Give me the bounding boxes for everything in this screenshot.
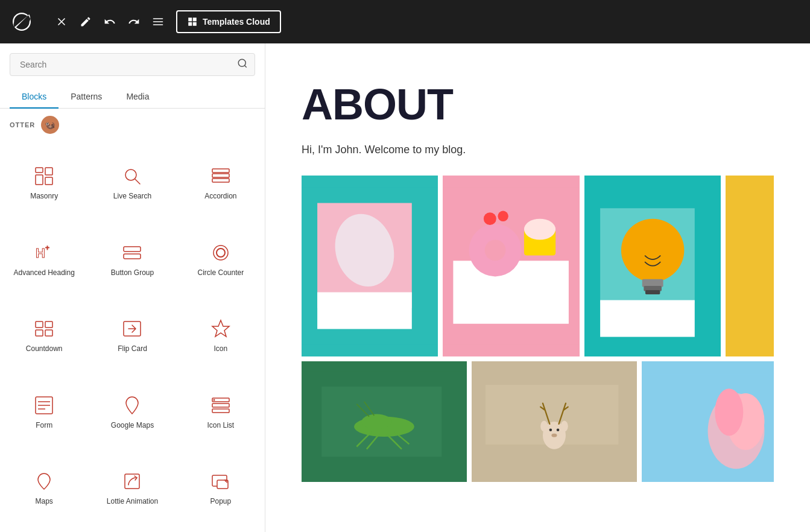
- svg-text:H: H: [36, 245, 45, 261]
- svg-rect-3: [193, 22, 197, 26]
- block-item-countdown[interactable]: Countdown: [0, 299, 88, 375]
- google-maps-icon: [122, 396, 142, 415]
- accordion-label: Accordion: [204, 192, 236, 201]
- svg-point-79: [557, 428, 560, 431]
- svg-rect-13: [212, 174, 229, 177]
- photo-block-4: [726, 176, 774, 356]
- advanced-heading-icon: H +: [34, 243, 54, 262]
- icon-list-label: Icon List: [207, 421, 234, 431]
- svg-point-10: [125, 169, 136, 180]
- photo-block-1: [302, 176, 438, 356]
- form-label: Form: [36, 421, 52, 431]
- button-group-label: Button Group: [111, 268, 154, 278]
- svg-rect-34: [212, 409, 229, 413]
- svg-rect-22: [45, 321, 52, 328]
- svg-point-19: [214, 245, 228, 260]
- about-title: ABOUT: [302, 80, 774, 129]
- blocks-grid: Masonry Live Search Accordion: [0, 141, 265, 532]
- photo-grid-row1: [302, 176, 774, 356]
- block-item-form[interactable]: Form: [0, 375, 88, 451]
- masonry-label: Masonry: [30, 192, 58, 201]
- svg-point-52: [524, 219, 555, 240]
- masonry-icon: [34, 166, 54, 186]
- search-input[interactable]: [10, 53, 255, 76]
- svg-rect-23: [36, 330, 43, 336]
- countdown-icon: [34, 319, 54, 338]
- block-item-advanced-heading[interactable]: H + Advanced Heading: [0, 222, 88, 298]
- block-item-accordion[interactable]: Accordion: [177, 146, 265, 222]
- tab-media[interactable]: Media: [114, 86, 161, 109]
- redo-button[interactable]: [123, 11, 145, 33]
- button-group-icon: [122, 243, 142, 262]
- photo-block-7: [642, 361, 774, 482]
- block-item-live-search[interactable]: Live Search: [88, 146, 176, 222]
- block-item-google-maps[interactable]: Google Maps: [88, 375, 176, 451]
- circle-counter-label: Circle Counter: [197, 268, 244, 278]
- accordion-icon: [211, 166, 230, 186]
- block-item-icon-list[interactable]: Icon List: [177, 375, 265, 451]
- lottie-animation-icon: [122, 472, 142, 491]
- block-item-icon[interactable]: Icon: [177, 299, 265, 375]
- block-item-circle-counter[interactable]: Circle Counter: [177, 222, 265, 298]
- block-item-lottie-animation[interactable]: Lottie Animation: [88, 451, 176, 527]
- svg-rect-0: [188, 17, 192, 21]
- flip-card-label: Flip Card: [118, 344, 147, 354]
- svg-rect-21: [36, 321, 43, 328]
- svg-line-11: [135, 179, 140, 184]
- close-button[interactable]: [51, 11, 72, 33]
- maps-icon: [34, 472, 54, 491]
- block-item-maps[interactable]: Maps: [0, 451, 88, 527]
- block-item-popup[interactable]: Popup: [177, 451, 265, 527]
- svg-rect-12: [212, 169, 229, 173]
- form-icon: [34, 396, 54, 415]
- otter-section: OTTER 🦦: [0, 109, 265, 141]
- svg-rect-1: [193, 17, 197, 21]
- svg-rect-58: [642, 279, 663, 287]
- svg-rect-37: [125, 474, 139, 489]
- tabs-bar: Blocks Patterns Media: [0, 86, 265, 109]
- popup-icon: [211, 472, 230, 491]
- toolbar: Templates Cloud: [0, 0, 810, 43]
- templates-cloud-button[interactable]: Templates Cloud: [176, 10, 281, 33]
- photo-block-6: [472, 361, 637, 482]
- google-maps-label: Google Maps: [111, 421, 154, 431]
- icon-label: Icon: [214, 344, 227, 354]
- canvas: ABOUT Hi, I'm John. Welcome to my blog.: [265, 43, 810, 532]
- canvas-content: ABOUT Hi, I'm John. Welcome to my blog.: [265, 43, 810, 532]
- svg-rect-7: [45, 168, 52, 175]
- svg-point-50: [485, 239, 506, 261]
- svg-rect-8: [36, 175, 43, 185]
- svg-rect-17: [124, 247, 141, 252]
- svg-rect-60: [645, 290, 660, 294]
- svg-point-78: [549, 428, 552, 431]
- live-search-label: Live Search: [113, 192, 151, 201]
- tab-patterns[interactable]: Patterns: [59, 86, 114, 109]
- flip-card-icon: [122, 319, 142, 338]
- svg-rect-33: [212, 404, 229, 407]
- countdown-label: Countdown: [26, 344, 63, 354]
- menu-button[interactable]: [147, 11, 169, 33]
- block-item-flip-card[interactable]: Flip Card: [88, 299, 176, 375]
- search-bar: [10, 53, 255, 76]
- wp-logo[interactable]: [0, 0, 43, 43]
- svg-rect-24: [45, 330, 52, 336]
- block-item-button-group[interactable]: Button Group: [88, 222, 176, 298]
- circle-counter-icon: [211, 243, 230, 262]
- maps-label: Maps: [35, 497, 52, 507]
- icon-icon: [211, 319, 230, 338]
- svg-point-66: [362, 414, 392, 429]
- undo-button[interactable]: [99, 11, 121, 33]
- svg-rect-46: [317, 293, 412, 329]
- svg-point-76: [540, 420, 548, 431]
- tab-blocks[interactable]: Blocks: [10, 86, 59, 109]
- block-item-masonry[interactable]: Masonry: [0, 146, 88, 222]
- otter-avatar: 🦦: [41, 116, 59, 134]
- sidebar: Blocks Patterns Media OTTER 🦦 Masonry: [0, 43, 265, 532]
- svg-point-36: [42, 478, 46, 481]
- svg-text:+: +: [45, 244, 49, 252]
- svg-point-84: [715, 388, 743, 435]
- edit-button[interactable]: [75, 11, 97, 33]
- svg-rect-18: [124, 254, 141, 259]
- photo-block-3: [584, 176, 721, 356]
- svg-point-54: [498, 211, 508, 221]
